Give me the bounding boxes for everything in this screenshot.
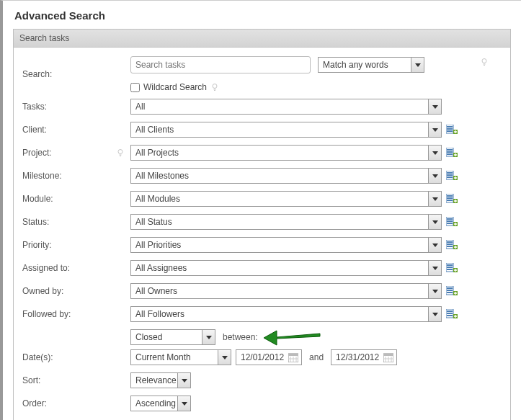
milestone-select[interactable]: All Milestones: [130, 168, 442, 184]
milestone-value: All Milestones: [135, 171, 189, 181]
sort-value: Relevance: [135, 375, 177, 385]
svg-rect-44: [447, 310, 453, 312]
owned-label: Owned by:: [22, 286, 130, 296]
chevron-down-icon: [202, 330, 215, 344]
svg-rect-45: [447, 313, 453, 314]
followed-select[interactable]: All Followers: [130, 306, 442, 322]
multi-select-icon[interactable]: [446, 240, 458, 250]
chevron-down-icon: [428, 261, 441, 275]
svg-rect-9: [447, 149, 453, 151]
status-select[interactable]: All Status: [130, 214, 442, 230]
project-label: Project:: [22, 148, 52, 158]
chevron-down-icon: [218, 350, 231, 365]
chevron-down-icon: [428, 192, 441, 206]
assigned-label: Assigned to:: [22, 263, 130, 273]
date-range-value: Current Month: [135, 352, 191, 362]
match-mode-select[interactable]: Match any words: [318, 57, 424, 73]
svg-rect-25: [447, 220, 453, 222]
svg-rect-21: [447, 200, 453, 201]
date-operator-label: between:: [223, 332, 258, 342]
order-select[interactable]: Ascending: [130, 396, 191, 411]
multi-select-icon[interactable]: [446, 217, 458, 227]
project-value: All Projects: [135, 148, 179, 158]
chevron-down-icon: [428, 238, 441, 252]
date-to-input[interactable]: 12/31/2012: [331, 349, 397, 365]
chevron-down-icon: [411, 58, 424, 72]
multi-select-icon[interactable]: [446, 286, 458, 296]
sort-select[interactable]: Relevance: [130, 372, 191, 388]
status-label: Status:: [22, 217, 130, 227]
date-to-value: 12/31/2012: [336, 352, 379, 362]
svg-rect-5: [447, 130, 453, 132]
date-and-label: and: [309, 352, 324, 362]
search-input[interactable]: [130, 56, 311, 73]
date-range-select[interactable]: Current Month: [130, 349, 231, 365]
priority-select[interactable]: All Priorities: [130, 237, 442, 253]
svg-rect-19: [447, 195, 453, 197]
wildcard-label: Wildcard Search: [143, 82, 207, 92]
tasks-value: All: [135, 102, 145, 112]
svg-point-1: [213, 84, 217, 89]
svg-rect-10: [447, 151, 453, 153]
svg-rect-55: [383, 354, 393, 356]
sort-label: Sort:: [22, 375, 130, 385]
multi-select-icon[interactable]: [446, 148, 458, 158]
svg-rect-14: [447, 172, 453, 174]
multi-select-icon[interactable]: [446, 125, 458, 135]
svg-rect-24: [447, 218, 453, 220]
annotation-arrow-icon: [264, 326, 321, 347]
date-from-input[interactable]: 12/01/2012: [236, 349, 302, 365]
dates-label: Date(s):: [22, 352, 130, 362]
chevron-down-icon: [177, 396, 190, 411]
assigned-select[interactable]: All Assignees: [130, 260, 442, 276]
help-bulb-icon[interactable]: [116, 148, 125, 157]
status-value: All Status: [135, 217, 172, 227]
assigned-value: All Assignees: [135, 263, 187, 273]
svg-rect-30: [447, 243, 453, 245]
svg-rect-16: [447, 177, 453, 178]
multi-select-icon[interactable]: [446, 194, 458, 204]
chevron-down-icon: [428, 307, 441, 321]
tasks-label: Tasks:: [22, 102, 130, 112]
client-select[interactable]: All Clients: [130, 122, 442, 138]
calendar-icon: [383, 353, 393, 362]
calendar-icon: [288, 353, 298, 362]
priority-label: Priority:: [22, 240, 130, 250]
multi-select-icon[interactable]: [446, 263, 458, 273]
search-panel: Search tasks Search: Match any words: [13, 29, 511, 420]
search-label: Search:: [22, 69, 130, 79]
chevron-down-icon: [428, 284, 441, 298]
milestone-label: Milestone:: [22, 171, 130, 181]
owned-select[interactable]: All Owners: [130, 283, 442, 299]
svg-rect-41: [447, 292, 453, 293]
wildcard-checkbox[interactable]: [130, 83, 140, 92]
followed-value: All Followers: [135, 309, 184, 319]
project-select[interactable]: All Projects: [130, 145, 442, 161]
svg-rect-26: [447, 223, 453, 224]
module-select[interactable]: All Modules: [130, 191, 442, 207]
chevron-down-icon: [428, 146, 441, 160]
chevron-down-icon: [428, 122, 441, 137]
priority-value: All Priorities: [135, 240, 181, 250]
chevron-down-icon: [428, 99, 441, 114]
help-bulb-icon[interactable]: [210, 83, 219, 91]
tasks-select[interactable]: All: [130, 99, 442, 115]
panel-header: Search tasks: [14, 30, 510, 48]
date-field-value: Closed: [135, 332, 162, 342]
order-value: Ascending: [135, 398, 176, 408]
chevron-down-icon: [428, 215, 441, 229]
match-mode-value: Match any words: [323, 60, 388, 70]
svg-rect-35: [447, 267, 453, 268]
svg-rect-15: [447, 174, 453, 176]
page-title: Advanced Search: [14, 9, 511, 22]
multi-select-icon[interactable]: [446, 171, 458, 181]
svg-rect-4: [447, 128, 453, 130]
module-label: Module:: [22, 194, 130, 204]
svg-rect-3: [447, 126, 453, 128]
multi-select-icon[interactable]: [446, 309, 458, 319]
module-value: All Modules: [135, 194, 180, 204]
svg-rect-34: [447, 264, 453, 266]
svg-rect-29: [447, 241, 453, 243]
owned-value: All Owners: [135, 286, 177, 296]
date-field-select[interactable]: Closed: [130, 329, 215, 345]
